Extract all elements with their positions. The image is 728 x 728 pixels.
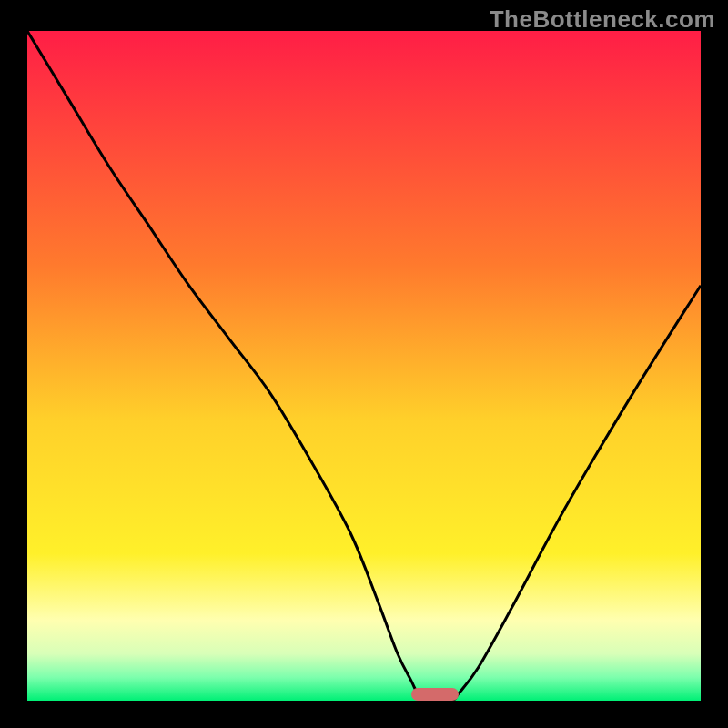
plot-area — [27, 31, 701, 701]
chart-frame: TheBottleneck.com — [0, 0, 728, 728]
bottleneck-curve — [27, 31, 701, 701]
optimal-marker — [411, 688, 459, 701]
attribution-label: TheBottleneck.com — [490, 5, 715, 34]
